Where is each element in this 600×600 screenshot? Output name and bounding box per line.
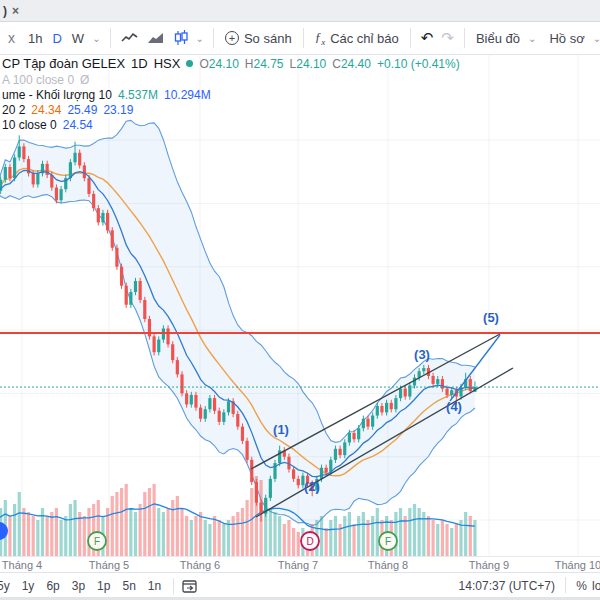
chevron-down-icon: ⌄ bbox=[525, 33, 539, 44]
range-6p-button[interactable]: 6p bbox=[40, 579, 65, 593]
volume-bar bbox=[241, 508, 244, 556]
event-badge-letter: D bbox=[306, 536, 313, 547]
volume-bar bbox=[176, 496, 179, 556]
volume-bar bbox=[134, 512, 137, 556]
volume-bar bbox=[334, 516, 337, 556]
candle-body bbox=[432, 376, 435, 384]
redo-icon[interactable]: ↷ bbox=[437, 29, 458, 47]
range-1y-button[interactable]: 1y bbox=[16, 579, 41, 593]
compare-label: So sánh bbox=[244, 31, 292, 46]
chart-toolbar: x 1h D W ⌄ ⌄ + So sánh ƒx Các chỉ báo ↶ … bbox=[0, 22, 600, 55]
volume-bar bbox=[139, 504, 142, 556]
range-1n-button[interactable]: 1n bbox=[142, 579, 167, 593]
candle-body bbox=[250, 460, 253, 482]
bb-upper-value: 25.49 bbox=[67, 103, 97, 117]
month-label[interactable]: Tháng 10 bbox=[555, 559, 600, 571]
chart-menu-button[interactable]: Biểu đồ ⌄ bbox=[471, 31, 544, 46]
compare-button[interactable]: + So sánh bbox=[220, 31, 297, 46]
time-axis[interactable]: Tháng 4Tháng 5Tháng 6Tháng 7Tháng 8Tháng… bbox=[0, 556, 600, 572]
candle-body bbox=[334, 449, 337, 460]
fx-icon: ƒx bbox=[315, 29, 326, 47]
bottom-toolbar: 5y1y6p3p1p5n1n 14:07:37 (UTC+7) % log bbox=[0, 572, 600, 597]
candle-body bbox=[97, 208, 100, 222]
range-3p-button[interactable]: 3p bbox=[66, 579, 91, 593]
interval-1d-button[interactable]: D bbox=[47, 31, 66, 46]
month-label[interactable]: Tháng 5 bbox=[89, 559, 129, 571]
candle-body bbox=[227, 401, 230, 412]
volume-bar bbox=[8, 516, 11, 556]
candle-body bbox=[255, 482, 258, 503]
interval-dropdown-icon[interactable]: ⌄ bbox=[89, 33, 103, 44]
month-label[interactable]: Tháng 7 bbox=[278, 559, 318, 571]
eye-off-icon[interactable]: Ø bbox=[80, 73, 89, 87]
volume-bar bbox=[111, 496, 114, 556]
range-5y-button[interactable]: 5y bbox=[0, 579, 16, 593]
month-label[interactable]: Tháng 9 bbox=[469, 559, 509, 571]
volume-bar bbox=[269, 508, 272, 556]
symbol-title[interactable]: CP Tập đoàn GELEX bbox=[2, 56, 125, 71]
volume-indicator-label[interactable]: ume - Khối lượng 10 bbox=[2, 88, 112, 102]
candle-body bbox=[83, 165, 86, 178]
profile-menu-label: Hồ sơ bbox=[549, 31, 584, 46]
candle-body bbox=[143, 300, 146, 319]
candle-body bbox=[101, 213, 104, 222]
range-1p-button[interactable]: 1p bbox=[91, 579, 116, 593]
volume-bar bbox=[362, 512, 365, 556]
legend-interval[interactable]: 1D bbox=[131, 56, 148, 71]
wave-label[interactable]: (3) bbox=[414, 347, 430, 362]
volume-bar bbox=[246, 500, 249, 556]
wave-label[interactable]: (5) bbox=[483, 310, 499, 325]
candle-body bbox=[106, 213, 109, 230]
volume-bar bbox=[87, 508, 90, 556]
go-to-date-icon[interactable] bbox=[182, 579, 198, 593]
range-5n-button[interactable]: 5n bbox=[116, 579, 141, 593]
wave-label[interactable]: (1) bbox=[273, 422, 289, 437]
month-label[interactable]: Tháng 6 bbox=[180, 559, 220, 571]
wave-label[interactable]: (2) bbox=[304, 479, 320, 494]
volume-bar bbox=[283, 524, 286, 556]
hidden-indicator-label[interactable]: A 100 close 0 bbox=[2, 73, 74, 87]
line-chart-icon[interactable] bbox=[117, 31, 143, 45]
volume-bar bbox=[153, 484, 156, 556]
volume-bar bbox=[222, 524, 225, 556]
volume-bar bbox=[376, 508, 379, 556]
volume-bar bbox=[445, 524, 448, 556]
volume-bar bbox=[73, 500, 76, 556]
month-label[interactable]: Tháng 4 bbox=[2, 559, 42, 571]
profile-menu-button[interactable]: Hồ sơ ⌄ bbox=[544, 31, 600, 46]
wave-label[interactable]: (4) bbox=[446, 399, 462, 414]
undo-icon[interactable]: ↶ bbox=[417, 29, 438, 47]
candle-body bbox=[78, 153, 81, 166]
interval-1w-button[interactable]: W bbox=[67, 31, 89, 46]
candle-body bbox=[348, 433, 351, 442]
clock-label[interactable]: 14:07:37 (UTC+7) bbox=[459, 573, 555, 598]
ma-indicator-label[interactable]: 10 close 0 bbox=[2, 118, 57, 132]
chart-menu-label: Biểu đồ bbox=[476, 31, 520, 46]
volume-bar bbox=[320, 516, 323, 556]
chart-type-dropdown-icon[interactable]: ⌄ bbox=[193, 33, 207, 44]
price-change: +0.10 (+0.41%) bbox=[377, 57, 460, 71]
interval-1h-button[interactable]: 1h bbox=[23, 31, 47, 46]
candle-body bbox=[92, 194, 95, 208]
volume-bar bbox=[115, 492, 118, 556]
volume-bar bbox=[32, 516, 35, 556]
indicators-button[interactable]: ƒx Các chỉ báo bbox=[310, 29, 404, 47]
volume-bar bbox=[287, 520, 290, 556]
bb-basis-value: 24.34 bbox=[31, 103, 61, 117]
panel-close-button[interactable]: x bbox=[0, 30, 23, 46]
candle-body bbox=[436, 379, 439, 384]
month-label[interactable]: Tháng 8 bbox=[368, 559, 408, 571]
area-chart-icon[interactable] bbox=[143, 31, 169, 45]
tab-close-icon[interactable]: × bbox=[12, 4, 19, 18]
volume-bar bbox=[325, 528, 328, 556]
volume-bar bbox=[83, 516, 86, 556]
candle-body bbox=[134, 281, 137, 292]
volume-bar bbox=[469, 516, 472, 556]
candle-body bbox=[125, 286, 128, 305]
candle-body bbox=[422, 368, 425, 371]
bb-indicator-label[interactable]: 20 2 bbox=[2, 103, 25, 117]
volume-bar bbox=[441, 520, 444, 556]
log-scale-button[interactable]: log bbox=[592, 573, 600, 598]
candlestick-chart-icon[interactable] bbox=[169, 30, 193, 46]
percent-scale-button[interactable]: % bbox=[576, 573, 587, 598]
